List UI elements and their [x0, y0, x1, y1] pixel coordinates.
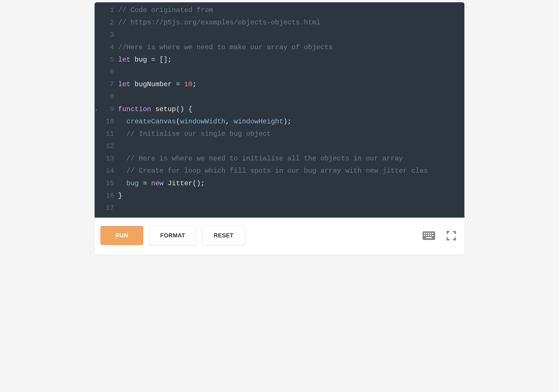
svg-rect-10: [432, 235, 433, 236]
svg-rect-11: [426, 237, 432, 238]
token-punc: {: [188, 105, 192, 113]
code-lines[interactable]: // Code originated from// https://p5js.o…: [118, 4, 464, 214]
line-number: 16: [103, 190, 114, 202]
keyboard-icon: [423, 231, 435, 240]
token-comment: // Create for loop which fill spots in o…: [126, 167, 428, 175]
code-line[interactable]: //Here is where we need to make our arra…: [118, 41, 464, 54]
line-number: 13: [103, 152, 114, 165]
line-number: 7: [103, 78, 114, 90]
token-punc: ;: [192, 80, 196, 88]
token-ident: [151, 105, 155, 113]
keyboard-button[interactable]: [420, 229, 437, 242]
code-line[interactable]: [118, 140, 464, 152]
svg-rect-9: [430, 235, 431, 236]
code-editor[interactable]: ▼ 1234567891011121314151617 // Code orig…: [95, 2, 464, 218]
line-number: 12: [103, 140, 114, 152]
token-new: new: [151, 180, 163, 187]
token-class: Jitter: [168, 180, 192, 187]
token-param: windowHeight: [234, 118, 283, 125]
code-line[interactable]: bug = new Jitter();: [118, 177, 464, 190]
fold-gutter: ▼: [95, 4, 100, 214]
line-number: 8: [103, 90, 114, 103]
svg-rect-1: [424, 233, 425, 234]
token-ident: bugNumber: [130, 80, 176, 88]
svg-rect-4: [430, 233, 431, 234]
token-punc: ,: [225, 118, 229, 125]
token-punc: =: [176, 80, 180, 88]
token-ident: setup: [155, 105, 176, 113]
line-number: 1: [103, 4, 114, 16]
token-ident: [184, 105, 188, 113]
line-number: 2: [103, 16, 114, 29]
line-number: 3: [103, 29, 114, 41]
code-line[interactable]: [118, 29, 464, 41]
toolbar: RUN FORMAT RESET: [95, 218, 464, 255]
line-number: 6: [103, 66, 114, 78]
token-punc: (): [176, 105, 184, 113]
svg-rect-7: [426, 235, 427, 236]
code-line[interactable]: let bugNumber = 10;: [118, 78, 464, 90]
token-keyword: let: [118, 80, 130, 88]
token-ident: [118, 167, 126, 175]
token-ident: [155, 56, 159, 64]
token-keyword: function: [118, 105, 151, 113]
token-punc: =: [143, 180, 147, 187]
token-comment: // Initialise our single bug object: [126, 130, 271, 138]
token-punc: [];: [159, 56, 172, 64]
token-ident: [147, 180, 151, 187]
token-ident: [180, 80, 184, 88]
code-line[interactable]: }: [118, 190, 464, 202]
token-punc: );: [283, 118, 292, 125]
fold-marker-icon[interactable]: ▼: [95, 107, 97, 114]
code-line[interactable]: function setup() {: [118, 103, 464, 115]
token-param: windowWidth: [180, 118, 225, 125]
token-ident: [118, 118, 126, 125]
token-num: 10: [184, 80, 192, 88]
line-number-gutter: 1234567891011121314151617: [100, 4, 118, 214]
code-line[interactable]: // Initialise our single bug object: [118, 128, 464, 140]
code-line[interactable]: createCanvas(windowWidth, windowHeight);: [118, 115, 464, 128]
token-keyword: let: [118, 56, 130, 64]
line-number: 9: [103, 103, 114, 115]
token-func: createCanvas: [126, 118, 176, 125]
code-line[interactable]: // https://p5js.org/examples/objects-obj…: [118, 16, 464, 29]
token-comment: //Here is where we need to make our arra…: [118, 44, 333, 51]
token-comment: // Code originated from: [118, 6, 213, 14]
line-number: 11: [103, 128, 114, 140]
token-ident: [139, 180, 143, 187]
svg-rect-6: [424, 235, 425, 236]
svg-rect-5: [432, 233, 433, 234]
token-punc: (: [176, 118, 180, 125]
line-number: 15: [103, 177, 114, 190]
token-ident: bug: [130, 56, 151, 64]
token-ident: [118, 180, 126, 187]
run-button[interactable]: RUN: [100, 226, 143, 245]
fullscreen-button[interactable]: [444, 228, 459, 243]
code-line[interactable]: // Create for loop which fill spots in o…: [118, 165, 464, 177]
token-comment: // Here is where we need to initialise a…: [126, 155, 403, 162]
code-line[interactable]: // Here is where we need to initialise a…: [118, 152, 464, 165]
format-button[interactable]: FORMAT: [150, 226, 196, 245]
token-var: bug: [126, 180, 139, 187]
token-punc: ();: [192, 180, 205, 187]
line-number: 17: [103, 202, 114, 214]
code-line[interactable]: [118, 202, 464, 214]
line-number: 14: [103, 165, 114, 177]
token-comment: // https://p5js.org/examples/objects-obj…: [118, 19, 320, 26]
token-punc: }: [118, 192, 122, 200]
token-ident: [163, 180, 167, 187]
code-line[interactable]: [118, 66, 464, 78]
code-line[interactable]: [118, 90, 464, 103]
code-line[interactable]: // Code originated from: [118, 4, 464, 16]
editor-container: ▼ 1234567891011121314151617 // Code orig…: [95, 2, 464, 255]
token-punc: =: [151, 56, 155, 64]
fullscreen-icon: [446, 231, 456, 241]
token-ident: [230, 118, 234, 125]
line-number: 4: [103, 41, 114, 54]
svg-rect-2: [426, 233, 427, 234]
line-number: 10: [103, 115, 114, 128]
reset-button[interactable]: RESET: [202, 226, 245, 245]
code-line[interactable]: let bug = [];: [118, 54, 464, 66]
token-ident: [118, 155, 126, 162]
svg-rect-3: [428, 233, 429, 234]
